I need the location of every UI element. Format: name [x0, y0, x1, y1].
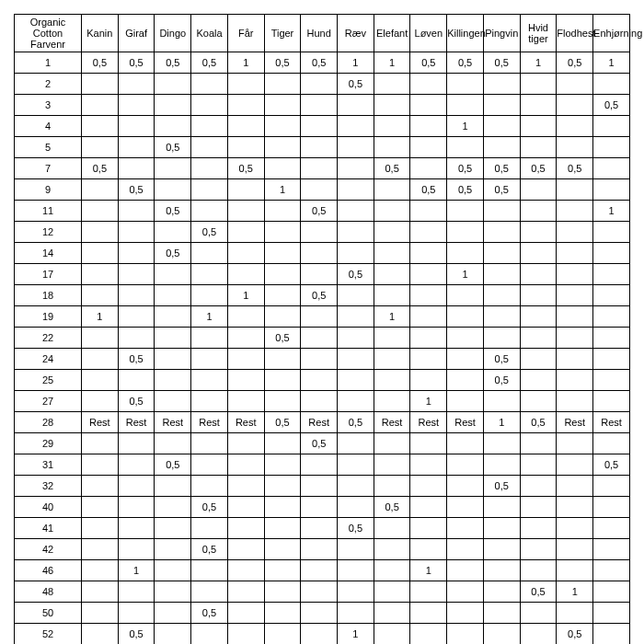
- cell: [82, 116, 119, 137]
- cell: [447, 624, 484, 644]
- cell: [338, 116, 374, 137]
- cell: [118, 243, 155, 264]
- cell: [82, 560, 119, 581]
- cell: [82, 243, 119, 264]
- cell: [82, 74, 119, 95]
- cell: [447, 328, 484, 349]
- cell: [118, 581, 155, 603]
- cell: 1: [447, 116, 484, 137]
- row-label: 12: [15, 222, 82, 243]
- cell: [520, 243, 557, 264]
- cell: [557, 95, 593, 116]
- cell: [483, 454, 520, 476]
- cell: [118, 518, 155, 539]
- cell: [520, 264, 557, 285]
- cell: [520, 370, 557, 391]
- cell: 1: [410, 560, 447, 581]
- cell: [301, 158, 338, 179]
- cell: [520, 306, 557, 328]
- cell: [155, 349, 191, 370]
- cell: 1: [191, 306, 228, 328]
- cell: [447, 539, 484, 560]
- cell: 0,5: [557, 624, 593, 644]
- column-header: Hund: [301, 15, 338, 52]
- table-row: 400,50,5: [15, 497, 630, 518]
- table-row: 420,5: [15, 539, 630, 560]
- table-row: 170,51: [15, 264, 630, 285]
- cell: [374, 116, 410, 137]
- cell: [557, 285, 593, 306]
- cell: [410, 285, 447, 306]
- cell: [520, 328, 557, 349]
- table-row: 10,50,50,50,510,50,5110,50,50,510,51: [15, 52, 630, 74]
- cell: [227, 137, 264, 158]
- cell: 0,5: [301, 201, 338, 222]
- table-row: 220,5: [15, 328, 630, 349]
- cell: [82, 95, 119, 116]
- cell: [227, 349, 264, 370]
- cell: [338, 349, 374, 370]
- table-row: 290,5: [15, 433, 630, 454]
- cell: [191, 349, 228, 370]
- cell: Rest: [557, 412, 593, 433]
- cell: [82, 222, 119, 243]
- cell: [301, 454, 338, 476]
- cell: [301, 497, 338, 518]
- cell: [118, 264, 155, 285]
- cell: [264, 137, 301, 158]
- cell: [191, 201, 228, 222]
- cell: 0,5: [520, 158, 557, 179]
- cell: [483, 391, 520, 412]
- cell: [191, 624, 228, 644]
- cell: [82, 391, 119, 412]
- cell: 1: [557, 581, 593, 603]
- cell: [410, 349, 447, 370]
- cell: [447, 497, 484, 518]
- cell: 0,5: [338, 412, 374, 433]
- cell: [155, 116, 191, 137]
- cell: [410, 497, 447, 518]
- cell: [410, 476, 447, 497]
- cell: 0,5: [191, 497, 228, 518]
- cell: [374, 179, 410, 201]
- cell: 0,5: [520, 412, 557, 433]
- cell: 1: [410, 391, 447, 412]
- row-label: 48: [15, 581, 82, 603]
- cell: 0,5: [227, 158, 264, 179]
- cell: [483, 603, 520, 624]
- cell: [264, 285, 301, 306]
- table-row: 30,5: [15, 95, 630, 116]
- column-header: Hvid tiger: [520, 15, 557, 52]
- table-row: 320,5: [15, 476, 630, 497]
- corner-header: Organic Cotton Farvenr: [15, 15, 82, 52]
- cell: [557, 243, 593, 264]
- cell: [118, 201, 155, 222]
- cell: [410, 603, 447, 624]
- column-header: Får: [227, 15, 264, 52]
- cell: [374, 391, 410, 412]
- row-label: 11: [15, 201, 82, 222]
- cell: [593, 624, 630, 644]
- row-label: 52: [15, 624, 82, 644]
- cell: 0,5: [264, 412, 301, 433]
- cell: [374, 454, 410, 476]
- cell: [264, 624, 301, 644]
- cell: [447, 285, 484, 306]
- cell: 0,5: [374, 497, 410, 518]
- column-header: Tiger: [264, 15, 301, 52]
- cell: [82, 603, 119, 624]
- cell: [374, 95, 410, 116]
- cell: [227, 476, 264, 497]
- cell: [155, 222, 191, 243]
- cell: 0,5: [338, 264, 374, 285]
- cell: [410, 433, 447, 454]
- cell: [557, 116, 593, 137]
- cell: 0,5: [374, 158, 410, 179]
- cell: [593, 74, 630, 95]
- cell: 0,5: [483, 476, 520, 497]
- column-header: Giraf: [118, 15, 155, 52]
- cell: [483, 116, 520, 137]
- row-label: 32: [15, 476, 82, 497]
- cell: [593, 264, 630, 285]
- cell: 0,5: [301, 433, 338, 454]
